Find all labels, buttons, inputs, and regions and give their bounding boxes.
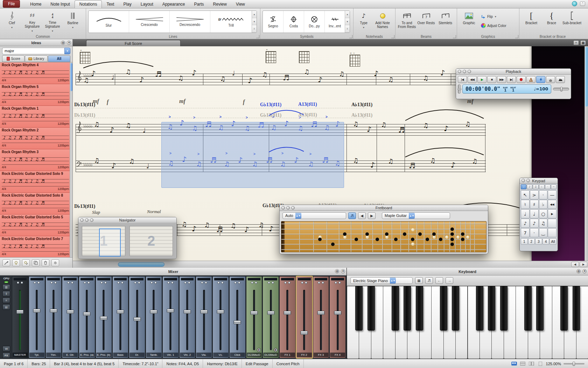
keypad-accent-button[interactable]: > [530, 190, 539, 199]
solo-button[interactable] [21, 281, 23, 284]
play-button[interactable]: ▶ [477, 76, 486, 83]
note-glyph[interactable]: ♪ [318, 76, 322, 84]
time-signature-button[interactable]: 44 Time Signature▼ [43, 10, 62, 33]
tempo-slider[interactable] [553, 88, 569, 90]
black-key[interactable] [368, 286, 375, 330]
fretboard-graphic[interactable] [281, 221, 486, 252]
stemlets-button[interactable]: Stemlets [436, 10, 455, 33]
ribbon-tab-play[interactable]: Play [119, 1, 136, 8]
gallery-more-icon[interactable]: ≡ [345, 25, 350, 33]
ribbon-tab-appearance[interactable]: Appearance [158, 1, 190, 8]
keypad-previous-button[interactable]: ◀◀ [548, 200, 556, 209]
fretboard-title-bar[interactable]: Fretboard [280, 205, 488, 211]
note-glyph[interactable]: ♩ [146, 163, 149, 169]
qwerty-input-icon[interactable]: ▦ [415, 277, 423, 284]
invisible-segment-button[interactable]: Inv...ent [325, 11, 345, 33]
go-to-start-button[interactable]: |◀ [458, 76, 467, 83]
navigator-body[interactable]: 1 2 [79, 224, 176, 258]
black-key[interactable] [452, 286, 459, 330]
solo-button[interactable] [288, 281, 290, 284]
minimize-icon[interactable] [85, 218, 89, 222]
minimize-icon[interactable] [526, 179, 530, 182]
keypad-half-note-button[interactable]: ♩ [521, 209, 530, 218]
note-glyph[interactable]: ♩ [143, 127, 146, 134]
key-signature-button[interactable]: ♯♯ Key Signature▼ [22, 10, 42, 33]
note-glyph[interactable]: ♫ [129, 158, 134, 164]
idea-list-item[interactable]: Rock Organ Rhythm 1♪♫♪♬♫♪♫♬4/4120bpm [0, 106, 72, 128]
solo-button[interactable] [272, 281, 274, 284]
note-glyph[interactable]: ♫ [465, 121, 470, 127]
note-glyph[interactable]: ♩ [111, 74, 114, 81]
fader-thumb[interactable] [200, 310, 208, 314]
ideas-scrollbar[interactable] [70, 62, 72, 257]
chord-symbol[interactable]: A♭13(♯11) [351, 112, 372, 118]
playback-title-bar[interactable]: Playback [456, 69, 571, 75]
mixer-strip-dlsmscd[interactable]: ✱DLSMscD [262, 276, 279, 358]
live-playback-button[interactable] [536, 76, 545, 83]
solo-button[interactable] [54, 281, 57, 284]
note-dot[interactable] [355, 238, 358, 241]
add-note-names-button[interactable]: Add Note Names [372, 10, 393, 33]
brace-button[interactable]: { Brace [542, 10, 561, 33]
keypad-tenuto-button[interactable]: — [548, 190, 556, 199]
navigator-title-bar[interactable]: Navigator [78, 217, 176, 223]
mixer-strip-vla[interactable]: Vla. [196, 276, 212, 358]
mute-button[interactable] [251, 281, 253, 284]
dialog-launcher-icon[interactable] [391, 35, 394, 38]
keypad-rest-button[interactable]: 7 [521, 228, 530, 237]
strip-settings-icon[interactable]: ✱ [257, 348, 261, 352]
mixer-strip-dlsmscd[interactable]: ✱DLSMscD [246, 276, 262, 358]
note-dot[interactable] [426, 238, 429, 241]
solo-button[interactable] [255, 281, 257, 284]
chord-symbol[interactable]: A♭13(♯11) [351, 102, 372, 108]
barline-button[interactable]: Barline▼ [63, 10, 83, 33]
mixer-strip-fx-4[interactable]: FX 4 [329, 276, 346, 358]
note-glyph[interactable]: ♫ [258, 222, 264, 228]
ribbon-tab-notations[interactable]: Notations [75, 0, 102, 8]
note-glyph[interactable]: ♫ [353, 121, 358, 127]
volume-slider[interactable] [458, 84, 461, 94]
note-glyph[interactable]: ♪ [451, 162, 455, 169]
fader-thumb[interactable] [267, 311, 274, 315]
keypad-layout-tab-4[interactable]: ♭ [539, 184, 545, 189]
keypad-blank-1-button[interactable] [548, 219, 556, 228]
fader-thumb[interactable] [301, 331, 308, 335]
note-glyph[interactable]: ♫ [381, 122, 386, 128]
keypad-whole-note-button[interactable]: ○ [539, 209, 548, 218]
keypad-layout-tab-1[interactable]: ♩ [521, 184, 526, 189]
note-dot[interactable] [450, 243, 454, 246]
previous-arrow-icon[interactable]: ◀ [358, 212, 366, 219]
solo-button[interactable] [188, 281, 190, 284]
note-glyph[interactable]: ♪ [367, 126, 371, 133]
idea-list-item[interactable]: Rock Organ Rhythm 2♪♫♪♬♫♪♫♬4/4120bpm [0, 128, 72, 149]
solo-button[interactable] [221, 281, 224, 284]
rewind-button[interactable]: ◀◀ [468, 76, 477, 83]
segno-button[interactable]: Segno [263, 11, 284, 33]
fader-thumb[interactable] [133, 317, 141, 321]
note-dot[interactable] [461, 238, 464, 241]
black-key[interactable] [560, 286, 568, 330]
keypad-augmentation-dot-button[interactable]: · [530, 228, 539, 237]
note-glyph[interactable]: ♫ [83, 77, 89, 83]
graphic-button[interactable]: Graphic [459, 10, 479, 33]
keypad-staccato-button[interactable]: · [539, 190, 548, 199]
fader-view-icon[interactable]: ⇕ [2, 291, 10, 297]
black-key[interactable] [488, 286, 495, 330]
keypad-layout-tab-3[interactable]: ♫ [533, 184, 538, 189]
note-glyph[interactable]: ♪ [244, 226, 249, 233]
new-tab-icon[interactable]: + [573, 40, 579, 45]
fader-thumb[interactable] [33, 309, 41, 313]
guitar-chord-diagram[interactable] [299, 51, 309, 63]
keypad-sixteenth-note-button[interactable]: ♪ [530, 219, 539, 228]
record-button[interactable] [517, 76, 526, 83]
note-glyph[interactable]: ♫ [304, 69, 309, 75]
solo-button[interactable] [238, 281, 240, 284]
idea-list-item[interactable]: Rock Electric Guitar Distorted Solo 7♪♫♪… [0, 236, 72, 257]
coda-button[interactable]: Coda [284, 11, 304, 33]
zoom-icon[interactable] [90, 218, 93, 222]
note-glyph[interactable]: ♪ [269, 225, 273, 233]
idea-list-item[interactable]: Rock Electric Guitar Distorted Solo 8♪♫♪… [0, 193, 72, 214]
note-glyph[interactable]: ♬ [155, 71, 162, 78]
close-icon[interactable] [458, 70, 461, 73]
keyboard-title-bar[interactable]: Keyboard ◎ ✕ [347, 268, 588, 275]
